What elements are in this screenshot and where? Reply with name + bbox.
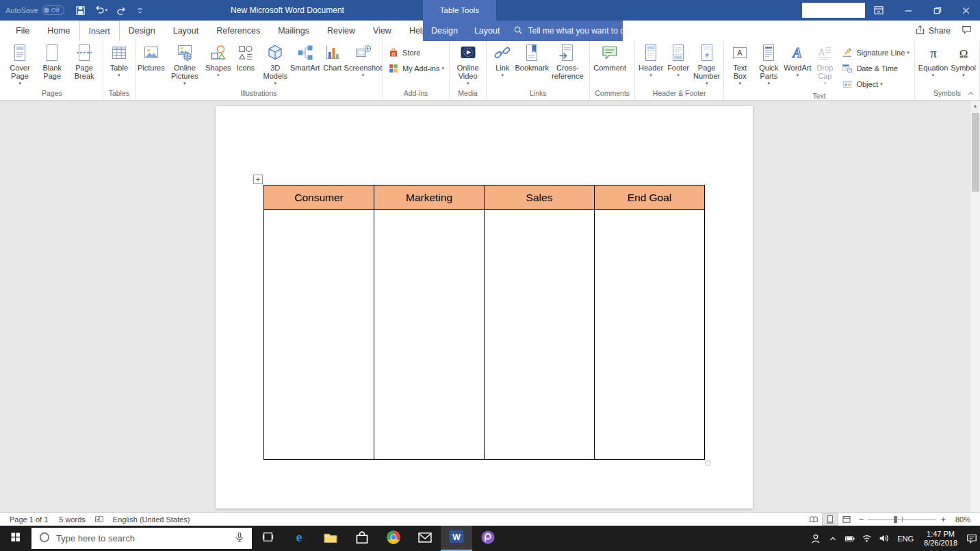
3d-models-button[interactable]: 3D Models▾ [259,42,292,88]
proofing-icon[interactable] [91,515,107,524]
store-button[interactable]: Store [385,46,423,60]
ribbon-display-options-icon[interactable] [873,5,884,16]
blank-page-button[interactable]: Blank Page [36,42,68,88]
text-box-button[interactable]: AText Box▾ [726,42,753,88]
taskbar-app-edge[interactable]: e [283,526,315,551]
read-mode-icon[interactable] [805,513,822,526]
taskbar-app-microsoft-store[interactable] [346,526,378,551]
language-indicator[interactable]: English (United States) [107,515,196,524]
tab-insert[interactable]: Insert [79,21,120,41]
quick-parts-button[interactable]: Quick Parts▾ [753,42,784,88]
taskbar-app-word[interactable]: W [441,526,472,551]
taskbar-app-picsart[interactable] [472,526,504,551]
zoom-slider[interactable] [868,513,936,526]
tell-me-search[interactable]: Tell me what you want to do [513,25,629,37]
web-layout-icon[interactable] [838,513,855,526]
autosave-toggle[interactable]: AutoSave Off [5,5,64,15]
scrollbar-thumb[interactable] [972,113,979,192]
shapes-button[interactable]: Shapes▾ [205,42,232,88]
table-header-cell[interactable]: Consumer [264,185,374,210]
clock[interactable]: 1:47 PM 8/26/2018 [918,530,963,548]
volume-icon[interactable] [875,526,892,551]
online-pictures-button[interactable]: Online Pictures▾ [165,42,205,88]
table-header-cell[interactable]: Sales [485,185,595,210]
online-video-button[interactable]: Online Video▾ [452,42,484,88]
cross-reference-button[interactable]: Cross-reference [547,42,587,88]
tab-layout[interactable]: Layout [164,21,208,41]
chart-button[interactable]: Chart [319,42,346,88]
taskbar-search[interactable] [31,528,252,549]
object-button[interactable]: Object▾ [838,77,885,91]
scroll-up-arrow-icon[interactable]: ▲ [970,101,980,112]
document-page[interactable]: + ConsumerMarketingSalesEnd Goal [216,106,753,509]
tab-mailings[interactable]: Mailings [269,21,318,41]
symbol-button[interactable]: ΩSymbol▾ [949,42,977,88]
customize-qat-icon[interactable] [136,6,144,15]
table-body-cell[interactable] [264,210,374,460]
table-header-cell[interactable]: Marketing [374,185,485,210]
network-icon[interactable] [858,526,875,551]
cover-page-button[interactable]: Cover Page▾ [3,42,36,88]
taskbar-app-mail[interactable] [409,526,441,551]
tab-design[interactable]: Design [120,21,164,41]
drop-cap-button[interactable]: ADrop Cap▾ [811,42,838,88]
contextual-tab-layout[interactable]: Layout [466,21,508,41]
contextual-tab-design[interactable]: Design [423,21,466,41]
page-break-button[interactable]: Page Break [68,42,100,88]
language-button[interactable]: ENG [892,535,918,543]
tab-file[interactable]: File [7,21,38,41]
show-hidden-icons-chevron[interactable] [824,526,841,551]
account-signin-box[interactable] [802,3,865,18]
page-number-button[interactable]: #Page Number▾ [692,42,721,88]
date-time-button[interactable]: Date & Time [838,62,901,75]
start-button[interactable] [0,526,31,551]
comments-icon[interactable] [962,25,972,37]
action-center-icon[interactable] [963,526,980,551]
zoom-percentage[interactable]: 80% [950,515,976,524]
tab-references[interactable]: References [207,21,269,41]
undo-icon[interactable]: ▾ [94,4,108,17]
my-add-ins-button[interactable]: My Add-ins▾ [385,62,447,75]
collapse-ribbon-icon[interactable] [964,88,977,99]
icons-button[interactable]: Icons [232,42,259,88]
taskbar-app-chrome[interactable] [378,526,409,551]
save-icon[interactable] [75,5,86,16]
taskbar-search-input[interactable] [56,533,229,543]
table-button[interactable]: Table▾ [105,42,133,88]
header-button[interactable]: Header▾ [637,42,665,88]
equation-button[interactable]: πEquation▾ [917,42,949,88]
smartart-button[interactable]: SmartArt [292,42,319,88]
vertical-scrollbar[interactable]: ▲ [970,101,980,512]
page-indicator[interactable]: Page 1 of 1 [4,515,53,524]
screenshot-button[interactable]: Screenshot▾ [346,42,380,88]
table-body-cell[interactable] [595,210,705,460]
table-header-cell[interactable]: End Goal [595,185,705,210]
zoom-out-button[interactable]: − [855,514,868,524]
comment-button[interactable]: Comment [592,42,628,88]
share-button[interactable]: Share [915,25,951,37]
zoom-in-button[interactable]: + [936,514,950,524]
pictures-button[interactable]: Pictures [138,42,165,88]
wordart-button[interactable]: AWordArt▾ [784,42,811,88]
taskbar-app-task-view[interactable] [252,526,283,551]
footer-button[interactable]: Footer▾ [665,42,692,88]
undo-dropdown-caret[interactable]: ▾ [105,8,108,13]
microphone-icon[interactable] [234,532,245,546]
people-icon[interactable] [807,526,824,551]
table-move-handle[interactable]: + [253,175,263,184]
bookmark-button[interactable]: Bookmark [516,42,547,88]
table-body-cell[interactable] [374,210,485,460]
signature-line-button[interactable]: Signature Line▾ [838,46,912,60]
print-layout-icon[interactable] [822,513,838,526]
taskbar-app-file-explorer[interactable] [315,526,346,551]
word-count[interactable]: 5 words [53,515,91,524]
table-resize-handle[interactable] [706,461,710,465]
battery-icon[interactable] [841,526,858,551]
tab-home[interactable]: Home [38,21,79,41]
table-body-cell[interactable] [485,210,595,460]
restore-button[interactable] [923,0,951,21]
redo-icon[interactable] [116,5,127,16]
link-button[interactable]: Link▾ [489,42,516,88]
zoom-slider-thumb[interactable] [894,516,897,523]
minimize-button[interactable] [894,0,923,21]
